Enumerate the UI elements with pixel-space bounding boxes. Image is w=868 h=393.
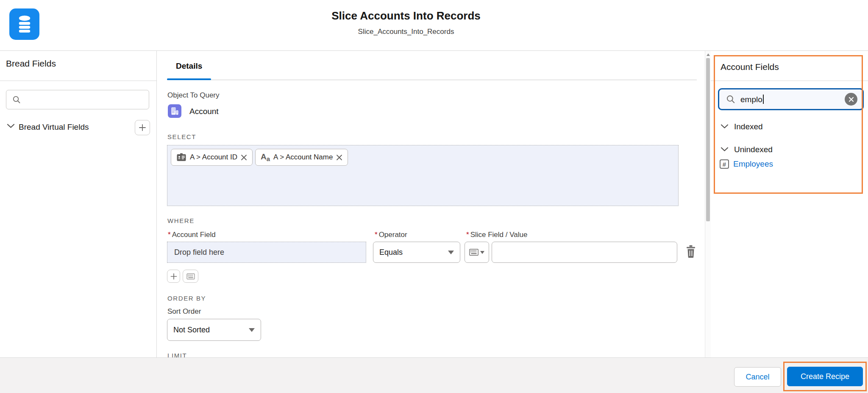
divider xyxy=(0,81,157,81)
sort-order-value: Not Sorted xyxy=(173,326,210,334)
object-name: Account xyxy=(189,107,219,116)
bread-fields-title: Bread Fields xyxy=(6,59,56,69)
drop-placeholder: Drop field here xyxy=(174,248,224,257)
account-field-dropzone[interactable]: Drop field here xyxy=(167,242,366,263)
footer-bar: Cancel Create Recipe xyxy=(0,357,868,393)
slice-value-input[interactable] xyxy=(492,242,677,263)
account-fields-panel: Account Fields emplo Indexed Unindexed #… xyxy=(711,51,868,357)
operator-value: Equals xyxy=(379,248,403,257)
chevron-down-icon xyxy=(721,147,729,152)
operator-label: *Operator xyxy=(375,231,407,239)
selected-field-pill[interactable]: Aa A > Account Name xyxy=(255,149,348,166)
chevron-down-icon[interactable] xyxy=(7,123,15,128)
pill-label: A > Account Name xyxy=(273,153,333,162)
where-section-label: WHERE xyxy=(167,217,195,224)
divider xyxy=(711,81,868,81)
account-fields-title: Account Fields xyxy=(721,62,779,72)
bread-fields-search[interactable] xyxy=(6,90,149,109)
chevron-down-icon xyxy=(448,251,454,254)
add-virtual-field-button[interactable] xyxy=(135,120,150,135)
add-condition-button[interactable] xyxy=(167,270,180,283)
chevron-down-icon xyxy=(249,328,255,332)
scroll-up-icon[interactable] xyxy=(707,53,710,56)
bread-virtual-fields-group[interactable]: Bread Virtual Fields xyxy=(0,120,157,135)
unindexed-group-toggle[interactable]: Unindexed xyxy=(711,143,868,157)
field-link[interactable]: Employees xyxy=(733,159,773,169)
number-field-icon: # xyxy=(720,159,729,169)
indexed-group-toggle[interactable]: Indexed xyxy=(711,120,868,134)
header: Slice Accounts Into Records Slice_Accoun… xyxy=(0,0,868,50)
text-caret xyxy=(763,95,764,104)
page-subtitle: Slice_Accounts_Into_Records xyxy=(0,28,812,36)
main-scrollbar[interactable] xyxy=(705,51,711,357)
object-to-query-label: Object To Query xyxy=(167,91,220,100)
details-pane: Details Object To Query Account SELECT xyxy=(157,51,705,357)
indexed-group-label: Indexed xyxy=(734,122,763,131)
operator-select[interactable]: Equals xyxy=(373,242,460,263)
select-fields-dropzone[interactable]: A > Account ID Aa A > Account Name xyxy=(167,145,679,206)
bread-fields-search-input[interactable] xyxy=(25,95,149,104)
input-type-combo-button[interactable] xyxy=(465,242,489,263)
id-badge-icon xyxy=(176,153,186,162)
unindexed-group-label: Unindexed xyxy=(734,145,773,154)
page-title: Slice Accounts Into Records xyxy=(0,9,812,22)
order-by-section-label: ORDER BY xyxy=(167,295,206,302)
scrollbar-thumb[interactable] xyxy=(706,58,710,221)
remove-field-icon[interactable] xyxy=(241,154,247,161)
chevron-down-icon xyxy=(721,124,729,129)
search-icon xyxy=(12,95,21,104)
search-icon xyxy=(726,95,735,104)
tab-details[interactable]: Details xyxy=(176,61,202,71)
select-section-label: SELECT xyxy=(167,133,196,140)
create-recipe-button[interactable]: Create Recipe xyxy=(787,367,863,386)
search-query-text: emplo xyxy=(740,95,845,104)
tab-divider xyxy=(167,80,697,80)
selected-field-pill[interactable]: A > Account ID xyxy=(171,149,253,166)
sort-order-select[interactable]: Not Sorted xyxy=(167,319,261,341)
keyboard-icon xyxy=(469,249,479,256)
account-fields-search-input[interactable]: emplo xyxy=(718,88,864,110)
sort-order-label: Sort Order xyxy=(167,307,201,316)
tutorial-highlight-box: Create Recipe xyxy=(783,362,867,391)
delete-condition-icon[interactable] xyxy=(685,245,696,258)
cancel-button[interactable]: Cancel xyxy=(734,367,781,387)
bread-virtual-fields-label: Bread Virtual Fields xyxy=(19,123,89,132)
tab-active-underline xyxy=(167,78,211,80)
account-object-icon xyxy=(168,104,181,118)
limit-section-label: LIMIT xyxy=(167,352,187,357)
account-field-label: *Account Field xyxy=(168,231,216,239)
bread-fields-panel: Bread Fields Bread Virtual Fields xyxy=(0,51,157,357)
slice-field-label: *Slice Field / Value xyxy=(466,231,527,239)
pill-label: A > Account ID xyxy=(190,153,237,162)
chevron-down-icon xyxy=(480,251,484,254)
remove-field-icon[interactable] xyxy=(336,154,342,161)
text-type-icon: Aa xyxy=(261,153,270,162)
field-item-employees[interactable]: # Employees xyxy=(711,159,868,171)
custom-condition-button[interactable] xyxy=(183,270,198,283)
clear-search-icon[interactable] xyxy=(845,93,857,106)
